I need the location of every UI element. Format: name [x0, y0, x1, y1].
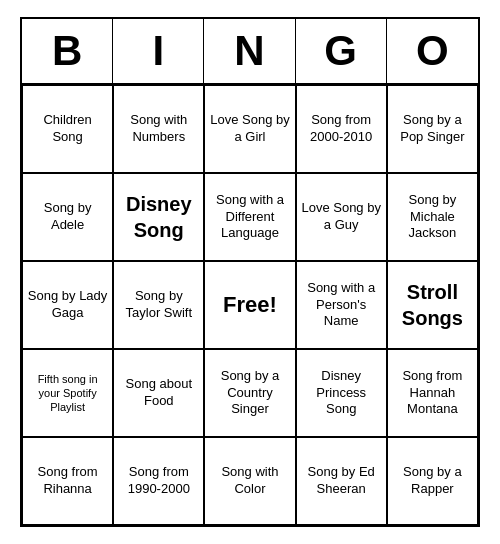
bingo-cell-9: Song by Michale Jackson [387, 173, 478, 261]
bingo-cell-18: Disney Princess Song [296, 349, 387, 437]
bingo-header: BINGO [22, 19, 478, 85]
bingo-cell-15: Fifth song in your Spotify Playlist [22, 349, 113, 437]
bingo-cell-14: Stroll Songs [387, 261, 478, 349]
bingo-cell-22: Song with Color [204, 437, 295, 525]
bingo-cell-8: Love Song by a Guy [296, 173, 387, 261]
bingo-cell-16: Song about Food [113, 349, 204, 437]
bingo-cell-5: Song by Adele [22, 173, 113, 261]
header-letter-i: I [113, 19, 204, 83]
bingo-cell-4: Song by a Pop Singer [387, 85, 478, 173]
bingo-cell-23: Song by Ed Sheeran [296, 437, 387, 525]
header-letter-g: G [296, 19, 387, 83]
bingo-cell-17: Song by a Country Singer [204, 349, 295, 437]
header-letter-b: B [22, 19, 113, 83]
bingo-cell-6: Disney Song [113, 173, 204, 261]
bingo-cell-10: Song by Lady Gaga [22, 261, 113, 349]
bingo-cell-1: Song with Numbers [113, 85, 204, 173]
bingo-cell-0: Children Song [22, 85, 113, 173]
bingo-cell-13: Song with a Person's Name [296, 261, 387, 349]
bingo-grid: Children SongSong with NumbersLove Song … [22, 85, 478, 525]
bingo-cell-12: Free! [204, 261, 295, 349]
header-letter-o: O [387, 19, 478, 83]
bingo-cell-7: Song with a Different Language [204, 173, 295, 261]
header-letter-n: N [204, 19, 295, 83]
bingo-cell-19: Song from Hannah Montana [387, 349, 478, 437]
bingo-cell-20: Song from Rihanna [22, 437, 113, 525]
bingo-card: BINGO Children SongSong with NumbersLove… [20, 17, 480, 527]
bingo-cell-11: Song by Taylor Swift [113, 261, 204, 349]
bingo-cell-2: Love Song by a Girl [204, 85, 295, 173]
bingo-cell-3: Song from 2000-2010 [296, 85, 387, 173]
bingo-cell-24: Song by a Rapper [387, 437, 478, 525]
bingo-cell-21: Song from 1990-2000 [113, 437, 204, 525]
